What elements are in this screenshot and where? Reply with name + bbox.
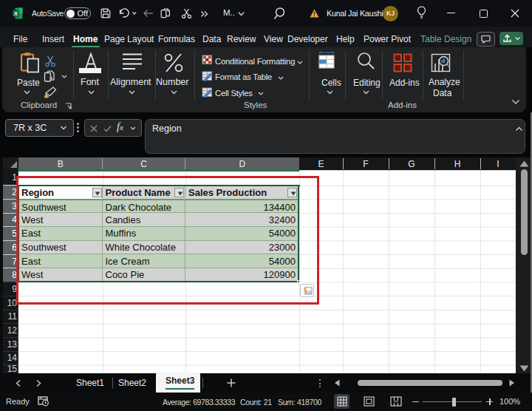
- svg-text:X: X: [14, 10, 18, 17]
